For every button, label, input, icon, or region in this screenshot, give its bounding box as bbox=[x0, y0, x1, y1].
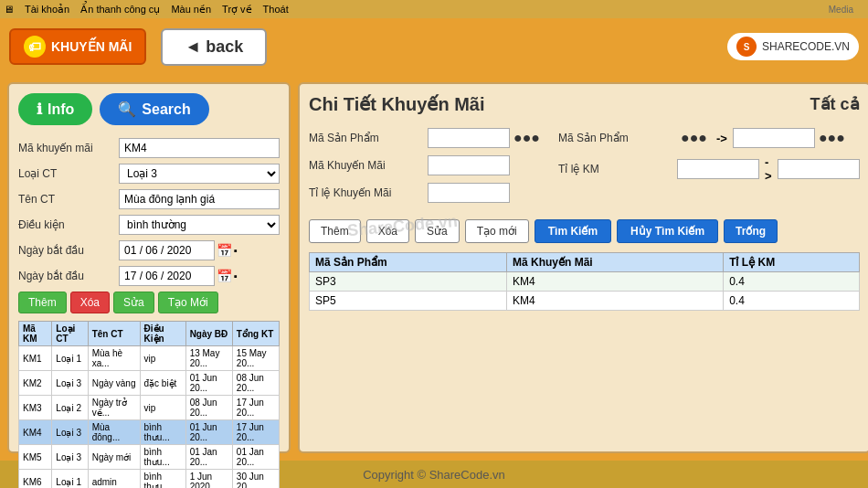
ngay-bat-dau-date: 📅 ▪ bbox=[119, 240, 238, 260]
tim-kiem-btn[interactable]: Tìm Kiếm bbox=[535, 219, 611, 243]
menu-thoat[interactable]: Thoát bbox=[263, 4, 289, 15]
detail-ma-km-input[interactable] bbox=[428, 155, 510, 175]
detail-col-ma-sp: Mã Sản Phẩm bbox=[310, 253, 507, 272]
ngay-bat-dau-label: Ngày bắt đầu bbox=[18, 244, 119, 257]
right-dots-btn-2[interactable]: ●●● bbox=[815, 130, 849, 146]
detail-table-row[interactable]: SP5KM40.4 bbox=[310, 292, 860, 311]
table-row[interactable]: KM3Loại 2Ngày trở về...vip08 Jun 20...17… bbox=[19, 396, 280, 420]
col-ma-km: Mã KM bbox=[19, 322, 52, 346]
info-icon: ℹ bbox=[37, 101, 42, 118]
detail-ti-le-input[interactable] bbox=[428, 183, 510, 203]
ma-khuyen-mai-label: Mã khuyến mãi bbox=[18, 142, 119, 154]
col-tong-kt: Tổng KT bbox=[232, 322, 279, 346]
menu-tro-ve[interactable]: Trợ về bbox=[222, 4, 252, 16]
brand-button[interactable]: 🏷 KHUYẾN MÃI bbox=[9, 28, 146, 65]
ma-khuyen-mai-row: Mã khuyến mãi bbox=[18, 138, 280, 158]
col-ngay-bd: Ngày BĐ bbox=[185, 322, 232, 346]
ma-sp-dots-btn[interactable]: ●●● bbox=[510, 130, 544, 146]
tab-search-label: Search bbox=[142, 101, 190, 118]
tab-search[interactable]: 🔍 Search bbox=[100, 93, 208, 125]
detail-ma-km-row: Mã Khuyến Mãi bbox=[309, 155, 544, 175]
detail-ti-le-label: Tỉ lệ Khuyến Mãi bbox=[309, 186, 428, 199]
menu-tai-khoan[interactable]: Tài khoản bbox=[25, 4, 69, 16]
right-panel: Chi Tiết Khuyến Mãi Tất cả Mã Sản Phẩm ●… bbox=[298, 82, 868, 453]
detail-ma-sp-label: Mã Sản Phẩm bbox=[309, 132, 428, 144]
calendar-icon-2[interactable]: 📅 bbox=[217, 269, 232, 283]
left-action-row: Thêm Xóa Sửa Tạo Mới bbox=[18, 292, 280, 313]
huy-tim-kiem-btn[interactable]: Hủy Tìm Kiếm bbox=[617, 219, 718, 243]
loai-ct-select[interactable]: Loại 3 bbox=[119, 164, 280, 184]
detail-right-ma-sp-row: Mã Sản Phẩm ●●● -> ●●● bbox=[558, 128, 860, 148]
loai-ct-row: Loại CT Loại 3 bbox=[18, 164, 280, 184]
detail-them-btn[interactable]: Thêm bbox=[309, 219, 361, 243]
ngay-bat-dau-row: Ngày bắt đầu 📅 ▪ bbox=[18, 240, 280, 260]
col-dieu-kien: Điều Kiện bbox=[140, 322, 185, 346]
tab-info[interactable]: ℹ Info bbox=[18, 93, 92, 125]
arrow-2: -> bbox=[765, 155, 772, 183]
detail-right-ma-sp-input[interactable] bbox=[733, 128, 815, 148]
detail-ti-le-km-label: Tỉ lệ KM bbox=[558, 163, 677, 175]
detail-action-row: Thêm Xóa Sửa Tạo mới Tìm Kiếm Hủy Tìm Ki… bbox=[309, 219, 860, 243]
detail-col-ti-le: Tỉ Lệ KM bbox=[724, 253, 859, 272]
menu-mau-nen[interactable]: Màu nền bbox=[171, 4, 211, 16]
trong-btn[interactable]: Trống bbox=[724, 219, 778, 243]
detail-right-col: Mã Sản Phẩm ●●● -> ●●● Tỉ lệ KM -> bbox=[558, 128, 860, 210]
brand-label: KHUYẾN MÃI bbox=[51, 39, 132, 54]
detail-ma-sp-row: Mã Sản Phẩm ●●● bbox=[309, 128, 544, 148]
detail-ma-km-label: Mã Khuyến Mãi bbox=[309, 159, 428, 172]
tao-moi-button[interactable]: Tạo Mới bbox=[158, 292, 218, 313]
right-title: Chi Tiết Khuyến Mãi bbox=[309, 93, 485, 115]
brand-icon: 🏷 bbox=[24, 36, 46, 58]
detail-ti-le-row: Tỉ lệ Khuyến Mãi bbox=[309, 183, 544, 203]
system-topbar: 🖥 Tài khoản Ẩn thanh công cụ Màu nền Trợ… bbox=[0, 0, 868, 18]
right-dots-btn-1[interactable]: ●●● bbox=[677, 130, 711, 146]
detail-xoa-btn[interactable]: Xóa bbox=[366, 219, 409, 243]
right-header: Chi Tiết Khuyến Mãi Tất cả bbox=[309, 93, 860, 115]
left-panel: ℹ Info 🔍 Search Mã khuyến mãi Loại CT Lo… bbox=[7, 82, 291, 453]
ten-ct-label: Tên CT bbox=[18, 193, 119, 206]
detail-table: Mã Sản Phẩm Mã Khuyến Mãi Tỉ Lệ KM SP3KM… bbox=[309, 252, 860, 311]
left-data-table: Mã KM Loại CT Tên CT Điều Kiện Ngày BĐ T… bbox=[18, 321, 280, 488]
table-row[interactable]: KM4Loại 3Mùa đông...bình thưu...01 Jun 2… bbox=[19, 420, 280, 445]
dieu-kien-select[interactable]: bình thường bbox=[119, 215, 280, 235]
table-row[interactable]: KM5Loại 3Ngày mớibình thưu...01 Jan 20..… bbox=[19, 445, 280, 470]
detail-tao-moi-btn[interactable]: Tạo mới bbox=[465, 219, 529, 243]
tab-row: ℹ Info 🔍 Search bbox=[18, 93, 280, 125]
them-button[interactable]: Thêm bbox=[18, 292, 67, 313]
right-filter: Tất cả bbox=[810, 94, 860, 114]
detail-ma-sp-input[interactable] bbox=[428, 128, 510, 148]
footer-text: Copyright © ShareCode.vn bbox=[363, 468, 505, 482]
detail-sua-btn[interactable]: Sửa bbox=[415, 219, 460, 243]
date-separator-2: ▪ bbox=[234, 271, 238, 281]
calendar-icon-1[interactable]: 📅 bbox=[217, 243, 232, 258]
app-icon: 🖥 bbox=[4, 4, 14, 15]
table-row[interactable]: KM6Loại 1adminbình thưu...1 Jun 202030 J… bbox=[19, 470, 280, 489]
app-header: 🏷 KHUYẾN MÃI ◄ back S SHARECODE.VN bbox=[0, 18, 868, 75]
table-row[interactable]: KM2Loại 3Ngày vàngđặc biệt01 Jun 20...08… bbox=[19, 371, 280, 396]
arrow-1: -> bbox=[716, 132, 727, 145]
detail-ti-le-km-input[interactable] bbox=[677, 159, 759, 179]
ngay-ket-thuc-input[interactable] bbox=[119, 266, 215, 286]
tab-info-label: Info bbox=[48, 101, 74, 118]
loai-ct-label: Loại CT bbox=[18, 167, 119, 180]
back-button[interactable]: ◄ back bbox=[161, 28, 267, 66]
detail-table-row[interactable]: SP3KM40.4 bbox=[310, 272, 860, 292]
detail-form: Mã Sản Phẩm ●●● Mã Khuyến Mãi Tỉ lệ Khuy… bbox=[309, 128, 860, 210]
ngay-ket-thuc-row: Ngày bắt đầu 📅 ▪ bbox=[18, 266, 280, 286]
media-label: Media bbox=[829, 5, 853, 15]
back-label: ◄ back bbox=[185, 37, 243, 57]
ngay-bat-dau-input[interactable] bbox=[119, 240, 215, 260]
detail-col-ma-km: Mã Khuyến Mãi bbox=[507, 253, 724, 272]
xoa-button[interactable]: Xóa bbox=[70, 292, 110, 313]
col-ten-ct: Tên CT bbox=[88, 322, 140, 346]
table-row[interactable]: KM1Loại 1Mùa hè xa...vip13 May 20...15 M… bbox=[19, 346, 280, 371]
ngay-ket-thuc-label: Ngày bắt đầu bbox=[18, 270, 119, 282]
ten-ct-input[interactable] bbox=[119, 189, 280, 209]
sua-button[interactable]: Sửa bbox=[113, 292, 154, 313]
menu-an-thanh[interactable]: Ẩn thanh công cụ bbox=[80, 4, 160, 16]
detail-ti-le-km-input2[interactable] bbox=[778, 159, 860, 179]
logo-circle-icon: S bbox=[736, 37, 757, 57]
search-icon: 🔍 bbox=[118, 101, 136, 118]
col-loai-ct: Loại CT bbox=[52, 322, 88, 346]
ma-khuyen-mai-input[interactable] bbox=[119, 138, 280, 158]
